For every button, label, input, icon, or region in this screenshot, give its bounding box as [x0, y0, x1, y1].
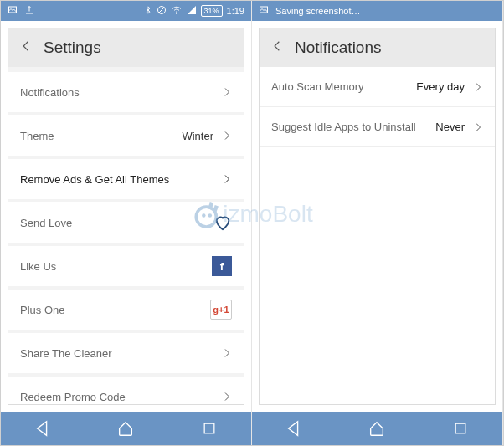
row-label: Redeem Promo Code — [20, 391, 222, 403]
clock: 1:19 — [227, 6, 244, 16]
row-value: Every day — [416, 80, 465, 93]
no-sim-icon — [157, 5, 167, 17]
picture-icon — [8, 5, 18, 17]
nav-back-button[interactable] — [32, 418, 54, 439]
page-title: Notifications — [295, 38, 382, 57]
chevron-right-icon — [473, 119, 483, 136]
row-auto-scan[interactable]: Auto Scan Memory Every day — [260, 67, 495, 107]
battery-indicator: 31% — [201, 5, 223, 17]
google-plus-icon: g+1 — [210, 300, 232, 320]
row-value: Winter — [182, 130, 213, 142]
picture-icon — [259, 5, 269, 17]
notifications-header: Notifications — [260, 28, 495, 67]
row-label: Notifications — [20, 86, 222, 99]
svg-rect-3 — [204, 423, 214, 433]
android-nav-bar — [252, 412, 502, 445]
chevron-right-icon — [222, 171, 232, 187]
row-suggest-idle[interactable]: Suggest Idle Apps to Uninstall Never — [260, 107, 495, 147]
signal-icon — [187, 5, 197, 17]
bluetooth-icon — [144, 5, 152, 17]
row-value: Never — [435, 120, 465, 133]
status-bar-left: 31% 1:19 — [1, 1, 251, 21]
chevron-right-icon — [222, 84, 232, 100]
nav-recent-button[interactable] — [450, 418, 471, 439]
facebook-icon: f — [212, 256, 232, 276]
chevron-right-icon — [222, 345, 232, 361]
status-bar-right: Saving screenshot… — [252, 1, 502, 21]
nav-home-button[interactable] — [115, 418, 136, 439]
row-share[interactable]: Share The Cleaner — [8, 333, 244, 373]
saving-text: Saving screenshot… — [275, 6, 361, 16]
wifi-icon — [171, 5, 183, 17]
svg-point-2 — [176, 13, 177, 14]
row-label: Theme — [20, 130, 182, 142]
row-redeem[interactable]: Redeem Promo Code — [8, 377, 244, 404]
nav-back-button[interactable] — [283, 418, 305, 439]
svg-rect-5 — [455, 423, 465, 433]
row-label: Auto Scan Memory — [271, 80, 416, 93]
row-label: Remove Ads & Get All Themes — [20, 173, 222, 186]
back-icon[interactable] — [271, 37, 283, 59]
row-send-love[interactable]: Send Love — [8, 202, 244, 243]
nav-home-button[interactable] — [366, 418, 388, 439]
heart-icon — [213, 213, 232, 232]
settings-header: Settings — [8, 28, 244, 67]
row-notifications[interactable]: Notifications — [8, 72, 244, 112]
row-remove-ads[interactable]: Remove Ads & Get All Themes — [8, 159, 244, 199]
chevron-right-icon — [473, 79, 483, 95]
chevron-right-icon — [222, 388, 232, 404]
page-title: Settings — [44, 38, 101, 57]
row-label: Send Love — [20, 217, 213, 229]
row-label: Share The Cleaner — [20, 347, 222, 360]
upload-icon — [24, 5, 34, 17]
row-plus-one[interactable]: Plus One g+1 — [8, 290, 244, 330]
chevron-right-icon — [222, 127, 232, 144]
row-label: Suggest Idle Apps to Uninstall — [271, 120, 435, 133]
row-label: Like Us — [20, 260, 212, 273]
row-label: Plus One — [20, 304, 210, 316]
nav-recent-button[interactable] — [198, 418, 220, 439]
row-theme[interactable]: Theme Winter — [8, 115, 244, 156]
android-nav-bar — [1, 412, 251, 445]
row-like-us[interactable]: Like Us f — [8, 246, 244, 286]
back-icon[interactable] — [20, 37, 32, 59]
